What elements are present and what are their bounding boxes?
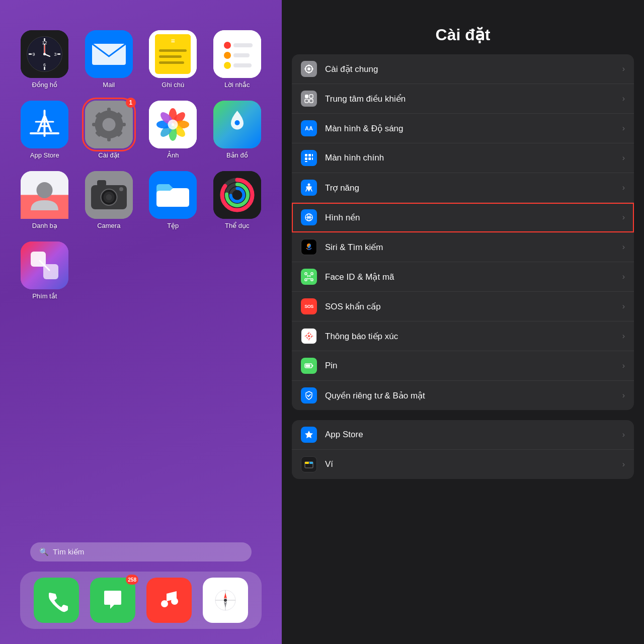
- control-center-label: Trung tâm điều khiển: [325, 94, 622, 104]
- settings-row-control-center[interactable]: Trung tâm điều khiển ›: [292, 84, 634, 114]
- display-chevron: ›: [622, 124, 625, 133]
- svg-rect-102: [312, 154, 313, 156]
- battery-label: Pin: [325, 361, 622, 371]
- svg-rect-115: [311, 273, 313, 275]
- homescreen-icon: [301, 150, 317, 166]
- settings-row-privacy[interactable]: Quyền riêng tư & Bảo mật ›: [292, 381, 634, 410]
- svg-rect-26: [233, 43, 253, 47]
- wallpaper-label: Hình nền: [325, 212, 622, 223]
- app-maps[interactable]: Bản đồ: [208, 101, 267, 159]
- svg-point-107: [308, 184, 310, 186]
- search-placeholder: Tìm kiếm: [53, 547, 84, 556]
- exposure-icon: [301, 328, 317, 344]
- battery-icon: [301, 358, 317, 374]
- faceid-chevron: ›: [622, 272, 625, 281]
- svg-rect-30: [233, 63, 252, 67]
- svg-rect-21: [159, 55, 182, 58]
- wallet-chevron: ›: [622, 460, 625, 469]
- svg-rect-93: [308, 71, 309, 73]
- search-bar[interactable]: 🔍 Tìm kiếm: [30, 542, 252, 561]
- svg-point-27: [224, 52, 231, 59]
- svg-point-122: [308, 332, 310, 334]
- dock-safari[interactable]: [203, 578, 248, 623]
- app-shortcuts[interactable]: Phím tắt: [15, 242, 74, 300]
- app-notes-label: Ghi chú: [162, 81, 184, 89]
- dock-music[interactable]: [146, 578, 192, 623]
- general-icon: [301, 61, 317, 77]
- dock-messages[interactable]: 258: [90, 578, 135, 623]
- svg-point-121: [308, 335, 310, 337]
- svg-rect-101: [308, 154, 311, 156]
- svg-rect-94: [304, 68, 306, 69]
- svg-text:9: 9: [33, 52, 35, 57]
- exposure-label: Thông báo tiếp xúc: [325, 331, 622, 342]
- app-files[interactable]: Tệp: [143, 171, 203, 229]
- svg-rect-41: [92, 123, 98, 126]
- settings-row-homescreen[interactable]: Màn hình chính ›: [292, 143, 634, 173]
- siri-icon: [301, 239, 317, 255]
- settings-row-general[interactable]: Cài đặt chung ›: [292, 54, 634, 84]
- settings-row-faceid[interactable]: Face ID & Mật mã ›: [292, 262, 634, 292]
- settings-row-battery[interactable]: Pin ›: [292, 351, 634, 381]
- app-photos-label: Ảnh: [167, 151, 179, 159]
- svg-rect-106: [305, 161, 307, 162]
- app-contacts[interactable]: Danh bạ: [15, 171, 74, 229]
- app-clock[interactable]: 12 6 9 3 Đồng hồ: [15, 30, 74, 89]
- svg-point-89: [224, 599, 227, 602]
- svg-point-82: [161, 600, 168, 607]
- app-reminders-label: Lời nhắc: [224, 81, 250, 89]
- settings-row-accessibility[interactable]: Trợ năng ›: [292, 173, 634, 203]
- settings-section-store: App Store › Ví ›: [292, 420, 634, 479]
- settings-row-siri[interactable]: Siri & Tìm kiếm ›: [292, 232, 634, 262]
- svg-rect-97: [309, 95, 313, 98]
- settings-row-wallet[interactable]: Ví ›: [292, 450, 634, 479]
- app-appstore-label: App Store: [30, 151, 59, 159]
- control-center-chevron: ›: [622, 94, 625, 103]
- svg-rect-95: [311, 68, 313, 69]
- svg-point-125: [312, 336, 313, 337]
- svg-rect-100: [305, 154, 307, 156]
- svg-rect-99: [309, 99, 313, 103]
- svg-line-108: [306, 189, 307, 191]
- svg-point-123: [308, 339, 310, 341]
- svg-point-124: [305, 336, 306, 337]
- app-camera[interactable]: Camera: [79, 171, 139, 229]
- app-photos[interactable]: Ảnh: [143, 101, 203, 159]
- svg-rect-96: [305, 95, 308, 98]
- svg-rect-40: [107, 135, 111, 141]
- settings-row-appstore[interactable]: App Store ›: [292, 420, 634, 450]
- svg-point-25: [224, 42, 231, 49]
- settings-title: Cài đặt: [297, 25, 629, 44]
- wallet-label: Ví: [325, 459, 622, 469]
- settings-row-wallpaper[interactable]: Hình nền ›: [292, 203, 634, 232]
- svg-point-29: [224, 62, 231, 69]
- settings-row-exposure[interactable]: Thông báo tiếp xúc ›: [292, 321, 634, 351]
- wallpaper-chevron: ›: [622, 213, 625, 222]
- svg-rect-116: [305, 279, 307, 281]
- settings-header: Cài đặt: [282, 0, 644, 54]
- svg-rect-127: [312, 365, 313, 367]
- app-appstore[interactable]: A App Store: [15, 101, 74, 159]
- app-fitness[interactable]: Thể dục: [208, 171, 267, 229]
- app-notes[interactable]: ≡ Ghi chú: [143, 30, 203, 89]
- accessibility-icon: [301, 180, 317, 196]
- settings-row-display[interactable]: AA Màn hình & Độ sáng ›: [292, 114, 634, 143]
- exposure-chevron: ›: [622, 332, 625, 341]
- app-reminders[interactable]: Lời nhắc: [208, 30, 267, 89]
- sos-label: SOS khẩn cấp: [325, 301, 622, 312]
- svg-rect-114: [305, 273, 307, 275]
- settings-section-main: Cài đặt chung › Trung tâm điều khiển › A…: [292, 54, 634, 410]
- svg-text:3: 3: [54, 52, 57, 57]
- svg-rect-98: [305, 99, 308, 103]
- settings-row-sos[interactable]: SOS SOS khẩn cấp ›: [292, 292, 634, 321]
- dock-phone[interactable]: [34, 578, 79, 623]
- settings-badge: 1: [126, 98, 136, 108]
- svg-line-109: [311, 189, 312, 191]
- app-settings[interactable]: 1 Cài đặt: [79, 101, 139, 159]
- settings-panel: Cài đặt Cài đặt chung › Trung tâm điều k…: [282, 0, 644, 644]
- app-mail[interactable]: Mail: [79, 30, 139, 89]
- svg-point-91: [307, 67, 310, 70]
- app-settings-label: Cài đặt: [98, 151, 119, 159]
- general-chevron: ›: [622, 64, 625, 73]
- homescreen-label: Màn hình chính: [325, 153, 622, 163]
